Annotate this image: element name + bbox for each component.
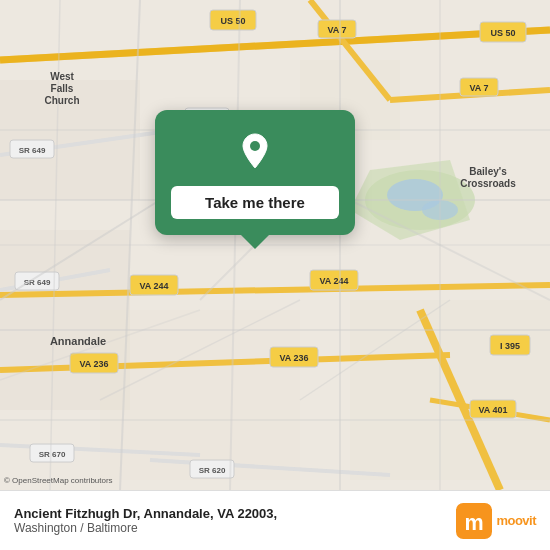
location-pin-icon [233, 130, 277, 174]
moovit-logo: m moovit [456, 503, 536, 539]
svg-point-77 [250, 141, 260, 151]
address-block: Ancient Fitzhugh Dr, Annandale, VA 22003… [14, 506, 277, 535]
address-line2: Washington / Baltimore [14, 521, 277, 535]
address-line1: Ancient Fitzhugh Dr, Annandale, VA 22003… [14, 506, 277, 521]
svg-text:SR 620: SR 620 [199, 466, 226, 475]
svg-text:West: West [50, 71, 74, 82]
svg-text:VA 7: VA 7 [327, 25, 346, 35]
popup-card: Take me there [155, 110, 355, 235]
svg-text:m: m [465, 509, 484, 534]
popup-tail [241, 235, 269, 249]
take-me-there-button[interactable]: Take me there [171, 186, 339, 219]
moovit-logo-icon: m [456, 503, 492, 539]
svg-text:VA 244: VA 244 [319, 276, 348, 286]
svg-text:Crossroads: Crossroads [460, 178, 516, 189]
svg-text:VA 236: VA 236 [279, 353, 308, 363]
svg-text:US 50: US 50 [490, 28, 515, 38]
svg-text:US 50: US 50 [220, 16, 245, 26]
svg-text:I 395: I 395 [500, 341, 520, 351]
map-container: US 50 US 50 VA 7 VA 7 SR 649 SR 649 SR 6… [0, 0, 550, 490]
svg-text:VA 7: VA 7 [469, 83, 488, 93]
svg-text:SR 670: SR 670 [39, 450, 66, 459]
svg-text:© OpenStreetMap contributors: © OpenStreetMap contributors [4, 476, 113, 485]
bottom-bar: Ancient Fitzhugh Dr, Annandale, VA 22003… [0, 490, 550, 550]
svg-text:Falls: Falls [51, 83, 74, 94]
svg-text:VA 244: VA 244 [139, 281, 168, 291]
svg-text:Bailey's: Bailey's [469, 166, 507, 177]
svg-text:SR 649: SR 649 [19, 146, 46, 155]
svg-text:Annandale: Annandale [50, 335, 106, 347]
svg-text:VA 401: VA 401 [478, 405, 507, 415]
svg-text:VA 236: VA 236 [79, 359, 108, 369]
svg-text:Church: Church [45, 95, 80, 106]
moovit-text: moovit [496, 513, 536, 528]
svg-rect-9 [350, 300, 550, 480]
